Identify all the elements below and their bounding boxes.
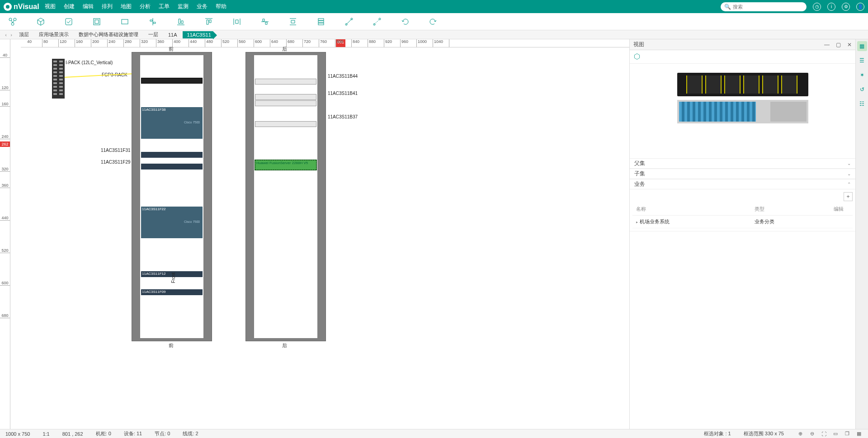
- preview-back[interactable]: [677, 100, 808, 123]
- breadcrumb-item[interactable]: 应用场景演示: [34, 30, 73, 39]
- ruler-v-tick: 160: [0, 102, 10, 107]
- row-name: 机场业务系统: [640, 219, 670, 224]
- settings-icon[interactable]: ⚙: [842, 3, 850, 11]
- device-b44[interactable]: [255, 79, 316, 85]
- acc-business-head[interactable]: 业务⌃: [630, 179, 855, 189]
- breadcrumb-next[interactable]: ›: [9, 32, 14, 38]
- menu-arrange[interactable]: 排列: [102, 3, 113, 10]
- canvas-wrap: 40 80 120 160 200 240 280 320 360 400 44…: [10, 39, 629, 429]
- device-b41b[interactable]: [255, 100, 316, 106]
- tool-rect-icon[interactable]: [119, 16, 130, 27]
- app-name: nVisual: [14, 3, 39, 11]
- rack-back[interactable]: Huawei FusionServer 2288H V5: [245, 52, 326, 341]
- rack-front[interactable]: 11AC3S11F38 Cisco 7500 11AC3S11F22 Cisco…: [132, 52, 212, 341]
- close-icon[interactable]: ✕: [847, 42, 852, 48]
- menu-map[interactable]: 地图: [121, 3, 132, 10]
- ratio-icon[interactable]: ▭: [832, 430, 839, 438]
- tool-align-top-icon[interactable]: [203, 16, 214, 27]
- mini-list-icon[interactable]: ☰: [857, 56, 867, 66]
- menu-create[interactable]: 创建: [64, 3, 75, 10]
- tool-frame-icon[interactable]: [91, 16, 102, 27]
- device-b37[interactable]: [255, 121, 316, 127]
- breadcrumb-item[interactable]: 数据中心网络基础设施管理: [74, 30, 143, 39]
- rack-back-inner: Huawei FusionServer 2288H V5: [254, 55, 317, 338]
- device-f38[interactable]: 11AC3S11F38 Cisco 7500: [141, 107, 203, 139]
- maximize-icon[interactable]: ▢: [836, 42, 841, 48]
- menu-biz[interactable]: 业务: [197, 3, 208, 10]
- menu-edit[interactable]: 编辑: [83, 3, 94, 10]
- ruler-v-tick: 520: [0, 248, 10, 253]
- user-icon[interactable]: 👤: [856, 3, 864, 11]
- menu-help[interactable]: 帮助: [216, 3, 226, 10]
- tool-undo-icon[interactable]: [400, 16, 410, 27]
- tool-check-icon[interactable]: [63, 16, 74, 27]
- ruler-h-tick: 440: [189, 39, 205, 47]
- tool-cube-icon[interactable]: [35, 16, 46, 27]
- device-server-selected[interactable]: Huawei FusionServer 2288H V5: [255, 160, 316, 170]
- caret-icon: ▸: [636, 220, 638, 224]
- tool-align-bottom-icon[interactable]: [175, 16, 186, 27]
- main: 40 120 160 240 262 320 360 440 520 600 6…: [0, 39, 868, 429]
- acc-business-label: 业务: [634, 180, 645, 188]
- preview-front[interactable]: [677, 73, 808, 96]
- device-patch-top[interactable]: [141, 78, 203, 84]
- breadcrumb-item[interactable]: 11A: [164, 31, 182, 38]
- tool-distribute-h-icon[interactable]: [231, 16, 242, 27]
- ruler-h-tick: 800: [335, 39, 352, 47]
- tool-align-center-h-icon[interactable]: [147, 16, 158, 27]
- table-row[interactable]: ▸机场业务系统 业务分类: [632, 216, 853, 228]
- chevron-down-icon: ⌄: [847, 161, 851, 166]
- mini-view-icon[interactable]: ▦: [857, 41, 867, 51]
- props-cube-icon[interactable]: [633, 53, 642, 61]
- zoom-out-icon[interactable]: ⊖: [808, 430, 816, 438]
- fit-icon[interactable]: ⛶: [820, 430, 827, 438]
- side-patch-panel[interactable]: [52, 59, 65, 99]
- breadcrumb-item[interactable]: 一层: [144, 30, 163, 39]
- ruler-v-tick: 240: [0, 134, 10, 139]
- tool-distribute-v-icon[interactable]: [288, 16, 298, 27]
- statusbar: 1000 x 750 1:1 801 , 262 机柜: 0 设备: 11 节点…: [0, 429, 868, 438]
- info-icon[interactable]: i: [827, 3, 835, 11]
- ruler-h-tick: 80: [42, 39, 59, 47]
- menu-work[interactable]: 工单: [159, 3, 170, 10]
- add-button[interactable]: +: [844, 192, 853, 201]
- layers-icon[interactable]: ❐: [844, 430, 851, 438]
- accordion-children[interactable]: 子集⌄: [630, 169, 855, 179]
- device-f22[interactable]: 11AC3S11F22 Cisco 7500: [141, 207, 203, 238]
- zoom-in-icon[interactable]: ⊕: [797, 430, 804, 438]
- mini-graph-icon[interactable]: ✶: [857, 70, 867, 80]
- tool-unlink-icon[interactable]: [372, 16, 382, 27]
- rack-front-label-top: 前: [169, 46, 174, 52]
- props-header: 视图 — ▢ ✕: [630, 39, 855, 50]
- tool-stack-icon[interactable]: [316, 16, 326, 27]
- accordion-parent[interactable]: 父集⌄: [630, 159, 855, 169]
- tool-redo-icon[interactable]: [428, 16, 439, 27]
- svg-rect-5: [95, 20, 99, 24]
- toolbar: [0, 13, 868, 30]
- minimize-icon[interactable]: —: [824, 42, 830, 48]
- menu-analyze[interactable]: 分析: [140, 3, 151, 10]
- ruler-horizontal: 40 80 120 160 200 240 280 320 360 400 44…: [21, 39, 629, 47]
- tool-align-v-icon[interactable]: [259, 16, 270, 27]
- breadcrumb-item[interactable]: 顶层: [14, 30, 33, 39]
- clock-icon[interactable]: ◷: [813, 3, 821, 11]
- mini-route-icon[interactable]: ↺: [857, 85, 867, 94]
- breadcrumb-item-active[interactable]: 11AC3S11: [183, 31, 213, 38]
- device-f31[interactable]: [141, 152, 203, 158]
- menu-view[interactable]: 视图: [45, 3, 56, 10]
- breadcrumb-prev[interactable]: ‹: [4, 32, 8, 38]
- mini-detail-icon[interactable]: ☷: [857, 99, 867, 109]
- ruler-v-tick: 680: [0, 313, 10, 318]
- canvas[interactable]: I-PACK (12LC_Vertical) FCP3-RACK 前 11AC3…: [10, 47, 629, 429]
- tool-topology-icon[interactable]: [7, 16, 18, 27]
- device-f09[interactable]: 11AC3S11F09: [141, 289, 203, 295]
- ruler-h-tick: 40: [26, 39, 42, 47]
- tool-link-icon[interactable]: [344, 16, 354, 27]
- device-f29[interactable]: [141, 164, 203, 170]
- grid-icon[interactable]: ▦: [855, 430, 863, 438]
- search-input[interactable]: [733, 4, 803, 9]
- menu-monitor[interactable]: 监测: [178, 3, 189, 10]
- search-box[interactable]: 🔍: [721, 2, 807, 11]
- breadcrumb: ‹ › 顶层 应用场景演示 数据中心网络基础设施管理 一层 11A 11AC3S…: [0, 30, 868, 39]
- device-b41a[interactable]: [255, 94, 316, 100]
